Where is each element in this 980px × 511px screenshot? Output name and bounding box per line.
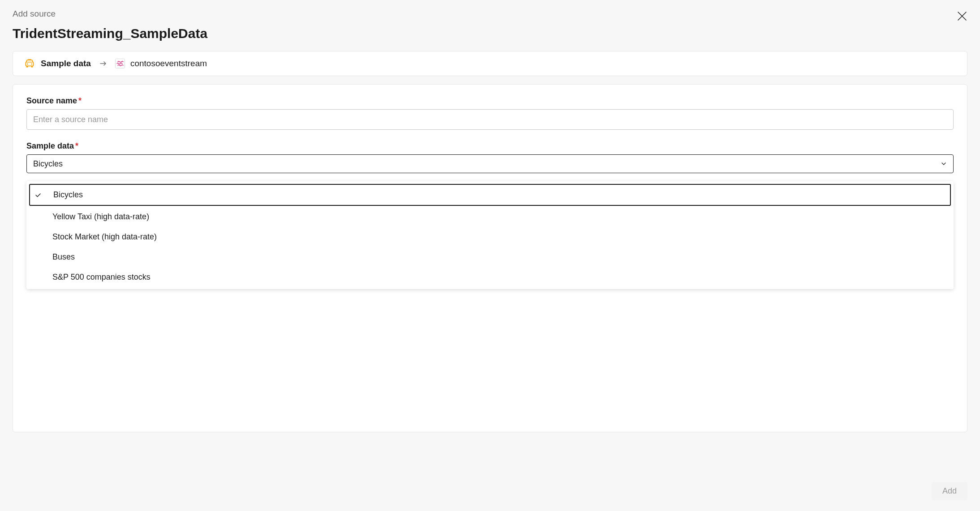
form-card: Source name* Sample data* Bicycles Bic — [13, 84, 967, 432]
dropdown-option-stock-market[interactable]: Stock Market (high data-rate) — [26, 227, 954, 247]
dropdown-option-buses[interactable]: Buses — [26, 247, 954, 267]
dropdown-option-yellow-taxi[interactable]: Yellow Taxi (high data-rate) — [26, 207, 954, 227]
source-name-label: Source name* — [26, 96, 954, 106]
dropdown-option-bicycles[interactable]: Bicycles — [29, 184, 951, 206]
footer: Add — [932, 482, 967, 500]
breadcrumb-destination: contosoeventstream — [115, 59, 207, 68]
dropdown-list: Bicycles Yellow Taxi (high data-rate) St… — [26, 181, 954, 289]
required-asterisk: * — [75, 141, 78, 150]
page-title: TridentStreaming_SampleData — [13, 26, 967, 41]
add-button[interactable]: Add — [932, 482, 967, 500]
check-icon — [34, 192, 42, 199]
eventstream-icon — [115, 59, 125, 68]
chevron-down-icon — [941, 161, 947, 167]
source-name-input[interactable] — [26, 109, 954, 130]
svg-point-2 — [31, 64, 32, 65]
header-label: Add source — [13, 9, 967, 19]
required-asterisk: * — [78, 96, 82, 105]
breadcrumb: Sample data contosoeventstream — [13, 51, 967, 76]
taxi-icon — [24, 58, 35, 69]
sample-data-select[interactable]: Bicycles — [26, 154, 954, 173]
breadcrumb-source: Sample data — [24, 58, 91, 69]
select-value: Bicycles — [33, 159, 63, 169]
dropdown-option-sp500[interactable]: S&P 500 companies stocks — [26, 267, 954, 287]
sample-data-label: Sample data* — [26, 141, 954, 151]
breadcrumb-source-label: Sample data — [41, 59, 91, 68]
breadcrumb-destination-label: contosoeventstream — [130, 59, 207, 68]
svg-point-1 — [27, 64, 28, 65]
close-button[interactable] — [957, 11, 967, 21]
close-icon — [957, 11, 967, 21]
arrow-right-icon — [99, 60, 107, 68]
